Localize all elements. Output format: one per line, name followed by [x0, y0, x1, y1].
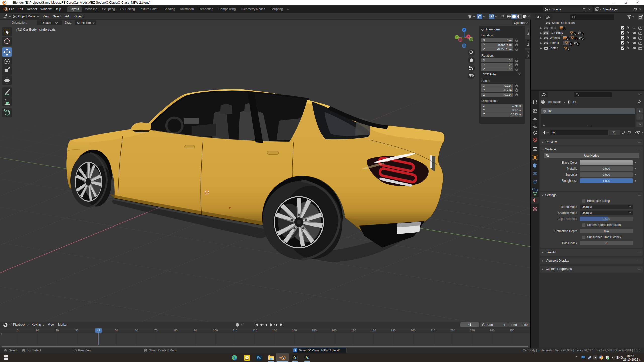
svg-text:Player: Player	[245, 359, 249, 360]
svg-text:Y: Y	[456, 36, 458, 39]
svg-text:Z: Z	[463, 29, 465, 31]
svg-text:X: X	[468, 35, 469, 38]
